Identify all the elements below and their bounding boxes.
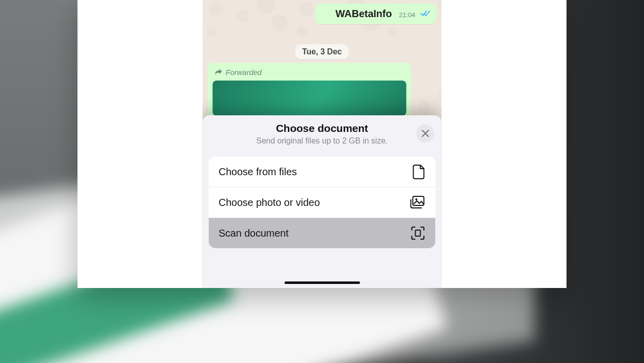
document-picker-sheet: Choose document Send original files up t… xyxy=(203,115,442,288)
option-label: Choose photo or video xyxy=(219,197,320,208)
read-receipt-icon xyxy=(421,10,431,17)
forwarded-image-preview[interactable] xyxy=(213,81,407,116)
option-label: Scan document xyxy=(219,228,289,239)
forwarded-label-text: Forwarded xyxy=(226,68,262,77)
home-indicator[interactable] xyxy=(284,281,360,284)
option-choose-from-files[interactable]: Choose from files xyxy=(209,157,436,187)
svg-rect-2 xyxy=(416,230,421,236)
close-icon xyxy=(422,129,430,137)
option-choose-photo-or-video[interactable]: Choose photo or video xyxy=(209,187,436,217)
sheet-header: Choose document Send original files up t… xyxy=(209,122,436,146)
file-icon xyxy=(413,164,426,179)
sent-message-time: 21:04 xyxy=(399,11,416,19)
forwarded-label-row: Forwarded xyxy=(215,68,405,77)
svg-point-1 xyxy=(416,198,418,200)
option-label: Choose from files xyxy=(219,166,297,178)
phone-frame: WABetaInfo 21:04 Tue, 3 Dec Forwarded xyxy=(203,0,442,288)
sent-message-bubble[interactable]: WABetaInfo 21:04 xyxy=(315,4,437,24)
forward-arrow-icon xyxy=(215,68,223,77)
sheet-title: Choose document xyxy=(209,122,436,134)
sheet-options: Choose from files Choose photo or video xyxy=(209,157,436,248)
screenshot-card: WABetaInfo 21:04 Tue, 3 Dec Forwarded xyxy=(77,0,567,288)
gallery-icon xyxy=(410,195,426,209)
sent-message-text: WABetaInfo xyxy=(336,8,392,20)
sheet-subtitle: Send original files up to 2 GB in size. xyxy=(209,136,436,146)
svg-rect-0 xyxy=(413,196,424,205)
date-separator: Tue, 3 Dec xyxy=(295,44,349,59)
close-button[interactable] xyxy=(417,124,435,142)
scan-icon xyxy=(411,226,426,241)
option-scan-document[interactable]: Scan document xyxy=(209,217,436,248)
